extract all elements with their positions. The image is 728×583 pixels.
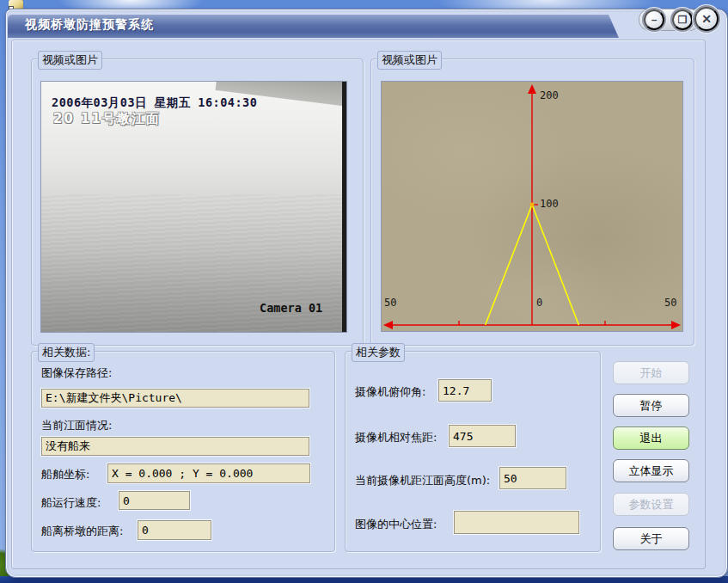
ship-coords-field[interactable]	[107, 463, 310, 483]
stereo-display-button[interactable]: 立体显示	[613, 459, 689, 482]
window-title: 视频桥墩防撞预警系统	[25, 17, 154, 33]
y-axis-tick-100: 100	[540, 198, 559, 210]
maximize-button[interactable]: ❒	[672, 9, 693, 30]
video-edge-bar	[342, 82, 346, 332]
ship-speed-label: 船运行速度:	[41, 495, 101, 511]
camera-focal-field[interactable]	[449, 425, 516, 447]
video-groupbox-caption: 视频或图片	[38, 51, 102, 70]
image-save-path-label: 图像保存路径:	[41, 365, 112, 381]
app-window: 视频桥墩防撞预警系统 – ❒ ✕ 视频或图片 2006年03月03日 星期五 1…	[5, 9, 728, 578]
ship-distance-field[interactable]	[138, 520, 211, 540]
x-axis-tick-right-50: 50	[664, 297, 676, 309]
image-center-label: 图像的中心位置:	[355, 517, 437, 532]
camera-height-field[interactable]	[499, 467, 566, 489]
y-axis-tick-200: 200	[540, 89, 559, 101]
x-axis-tick-0: 0	[536, 297, 542, 309]
camera-pitch-label: 摄像机俯仰角:	[355, 384, 425, 400]
start-button[interactable]: 开始	[613, 361, 689, 384]
close-button[interactable]: ✕	[694, 7, 719, 31]
chart-axes-svg	[382, 82, 682, 331]
pause-button[interactable]: 暂停	[613, 394, 689, 417]
ship-speed-field[interactable]	[119, 491, 190, 510]
video-feed: 2006年03月03日 星期五 16:04:30 20 11号墩江面 Camer…	[41, 82, 346, 332]
about-button[interactable]: 关于	[613, 527, 689, 550]
camera-pitch-field[interactable]	[438, 379, 492, 402]
image-center-field[interactable]	[454, 511, 579, 534]
camera-height-label: 当前摄像机距江面高度(m):	[355, 473, 490, 488]
river-status-field[interactable]	[41, 437, 309, 456]
param-settings-button[interactable]: 参数设置	[613, 493, 689, 516]
minimize-button[interactable]: –	[644, 9, 664, 30]
camera-focal-label: 摄像机相对焦距:	[355, 430, 437, 445]
desktop: 视频桥墩防撞预警系统 – ❒ ✕ 视频或图片 2006年03月03日 星期五 1…	[0, 0, 728, 583]
video-timestamp: 2006年03月03日 星期五 16:04:30	[52, 95, 257, 111]
river-status-label: 当前江面情况:	[41, 418, 112, 433]
chart-groupbox-caption: 视频或图片	[377, 51, 442, 70]
video-location-label: 20 11号墩江面	[53, 111, 161, 127]
ship-coords-label: 船舶坐标:	[41, 467, 89, 482]
exit-button[interactable]: 退出	[613, 427, 689, 450]
data-groupbox-caption: 相关数据:	[38, 343, 95, 362]
ship-distance-label: 船离桥墩的距离:	[41, 524, 123, 539]
video-camera-label: Camera 01	[260, 301, 322, 315]
image-save-path-field[interactable]	[41, 389, 309, 408]
param-groupbox-caption: 相关参数	[352, 343, 405, 362]
x-axis-tick-left-50: 50	[384, 297, 396, 309]
detection-chart: 200 100 50 0 50	[382, 82, 682, 331]
